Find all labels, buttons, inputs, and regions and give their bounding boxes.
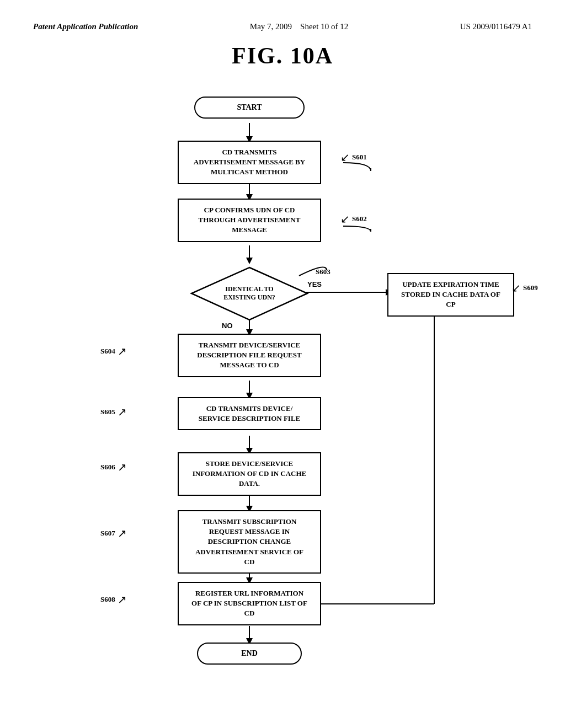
patent-number: US 2009/0116479 A1 xyxy=(460,22,532,31)
start-node: START xyxy=(194,97,305,119)
s606-box: STORE DEVICE/SERVICE INFORMATION OF CD I… xyxy=(178,452,321,496)
sheet: Sheet 10 of 12 xyxy=(300,22,348,31)
s608-text: REGISTER URL INFORMATION OF CP IN SUBSCR… xyxy=(191,589,307,617)
s606-label: S606 xyxy=(100,463,115,472)
s609-box: UPDATE EXPIRATION TIME STORED IN CACHE D… xyxy=(387,273,514,317)
date: May 7, 2009 xyxy=(250,22,292,31)
s604-text: TRANSMIT DEVICE/SERVICE DESCRIPTION FILE… xyxy=(197,341,301,369)
s608-row: REGISTER URL INFORMATION OF CP IN SUBSCR… xyxy=(178,582,321,625)
svg-text:NO: NO xyxy=(222,322,233,330)
s608-label-area: S608 ↗ xyxy=(100,593,127,606)
s607-row: TRANSMIT SUBSCRIPTION REQUEST MESSAGE IN… xyxy=(178,510,321,574)
s605-text: CD TRANSMITS DEVICE/ SERVICE DESCRIPTION… xyxy=(199,404,300,422)
s603-label-area: S603 xyxy=(316,267,331,276)
s601-text: CD TRANSMITS ADVERTISEMENT MESSAGE BY MU… xyxy=(194,148,305,176)
s601-label-area: ↙ S601 xyxy=(340,151,367,164)
publication-label: Patent Application Publication xyxy=(33,22,138,31)
s609-label-area: ↙ S609 xyxy=(511,281,538,295)
s606-label-area: S606 ↗ xyxy=(100,461,127,474)
s609-row: UPDATE EXPIRATION TIME STORED IN CACHE D… xyxy=(387,273,514,317)
s602-box: CP CONFIRMS UDN OF CD THROUGH ADVERTISEM… xyxy=(178,199,321,242)
s607-label: S607 xyxy=(100,529,115,538)
end-oval: END xyxy=(197,643,302,665)
start-oval: START xyxy=(194,97,305,119)
s604-row: TRANSMIT DEVICE/SERVICE DESCRIPTION FILE… xyxy=(178,334,321,377)
s601-box: CD TRANSMITS ADVERTISEMENT MESSAGE BY MU… xyxy=(178,141,321,184)
s603-diamond: IDENTICAL TO EXISTING UDN? xyxy=(189,265,310,323)
page: Patent Application Publication May 7, 20… xyxy=(0,0,565,728)
s608-label: S608 xyxy=(100,595,115,604)
s608-box: REGISTER URL INFORMATION OF CP IN SUBSCR… xyxy=(178,582,321,625)
s609-text: UPDATE EXPIRATION TIME STORED IN CACHE D… xyxy=(401,280,500,308)
s602-label: S602 xyxy=(352,215,367,223)
s604-label-area: S604 ↗ xyxy=(100,345,127,358)
s607-text: TRANSMIT SUBSCRIPTION REQUEST MESSAGE IN… xyxy=(195,517,303,566)
s603-label: IDENTICAL TO EXISTING UDN? xyxy=(214,285,285,302)
s605-label: S605 xyxy=(100,408,115,416)
end-node: END xyxy=(197,643,302,665)
s604-box: TRANSMIT DEVICE/SERVICE DESCRIPTION FILE… xyxy=(178,334,321,377)
s603-step: S603 xyxy=(316,267,331,276)
flowchart: NO YES xyxy=(34,85,531,692)
s604-label: S604 xyxy=(100,347,115,356)
s602-label-area: ↙ S602 xyxy=(340,212,367,226)
svg-marker-5 xyxy=(246,258,253,264)
s607-label-area: S607 ↗ xyxy=(100,527,127,540)
end-label: END xyxy=(241,649,258,657)
s609-label: S609 xyxy=(523,283,538,292)
figure-title: FIG. 10A xyxy=(33,42,532,69)
s605-box: CD TRANSMITS DEVICE/ SERVICE DESCRIPTION… xyxy=(178,397,321,430)
s602-text: CP CONFIRMS UDN OF CD THROUGH ADVERTISEM… xyxy=(199,206,301,234)
s607-box: TRANSMIT SUBSCRIPTION REQUEST MESSAGE IN… xyxy=(178,510,321,574)
s601-label: S601 xyxy=(352,153,367,162)
date-sheet: May 7, 2009 Sheet 10 of 12 xyxy=(250,22,348,31)
s602-row: CP CONFIRMS UDN OF CD THROUGH ADVERTISEM… xyxy=(178,199,321,242)
s606-text: STORE DEVICE/SERVICE INFORMATION OF CD I… xyxy=(193,459,307,488)
s606-row: STORE DEVICE/SERVICE INFORMATION OF CD I… xyxy=(178,452,321,496)
s605-label-area: S605 ↗ xyxy=(100,405,127,419)
s601-row: CD TRANSMITS ADVERTISEMENT MESSAGE BY MU… xyxy=(178,141,321,184)
start-label: START xyxy=(237,103,262,111)
s605-row: CD TRANSMITS DEVICE/ SERVICE DESCRIPTION… xyxy=(178,397,321,430)
header: Patent Application Publication May 7, 20… xyxy=(33,22,532,31)
